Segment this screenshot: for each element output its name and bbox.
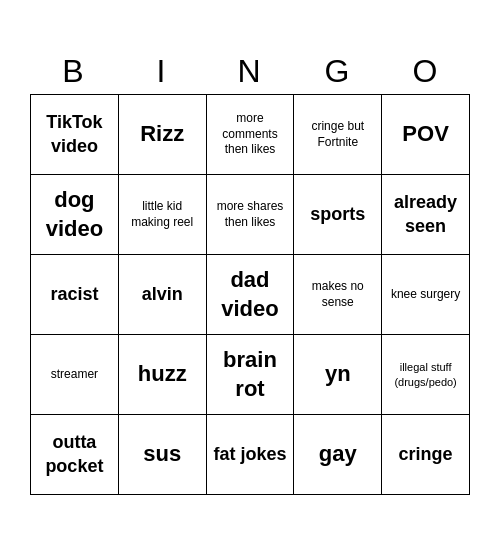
bingo-cell-15: streamer [31,335,119,415]
bingo-cell-4: POV [382,95,470,175]
bingo-cell-0: TikTok video [31,95,119,175]
bingo-cell-9: already seen [382,175,470,255]
bingo-cell-22: fat jokes [207,415,295,495]
bingo-cell-21: sus [119,415,207,495]
bingo-cell-13: makes no sense [294,255,382,335]
bingo-cell-11: alvin [119,255,207,335]
header-letter-o: O [382,49,470,94]
bingo-cell-24: cringe [382,415,470,495]
header-letter-b: B [30,49,118,94]
bingo-cell-23: gay [294,415,382,495]
bingo-cell-16: huzz [119,335,207,415]
bingo-cell-2: more comments then likes [207,95,295,175]
bingo-cell-12: dad video [207,255,295,335]
header-letter-g: G [294,49,382,94]
bingo-cell-8: sports [294,175,382,255]
header-letter-i: I [118,49,206,94]
bingo-card: BINGO TikTok videoRizzmore comments then… [20,39,480,505]
bingo-cell-17: brain rot [207,335,295,415]
bingo-cell-5: dog video [31,175,119,255]
bingo-grid: TikTok videoRizzmore comments then likes… [30,94,470,495]
bingo-header: BINGO [30,49,470,94]
bingo-cell-20: outta pocket [31,415,119,495]
bingo-cell-18: yn [294,335,382,415]
bingo-cell-19: illegal stuff (drugs/pedo) [382,335,470,415]
header-letter-n: N [206,49,294,94]
bingo-cell-6: little kid making reel [119,175,207,255]
bingo-cell-7: more shares then likes [207,175,295,255]
bingo-cell-14: knee surgery [382,255,470,335]
bingo-cell-3: cringe but Fortnite [294,95,382,175]
bingo-cell-1: Rizz [119,95,207,175]
bingo-cell-10: racist [31,255,119,335]
